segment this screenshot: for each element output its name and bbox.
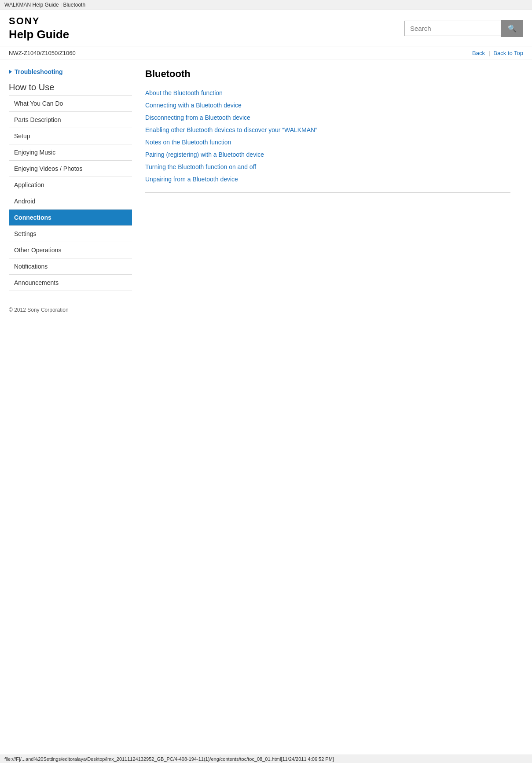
search-icon: 🔍 <box>508 24 517 33</box>
browser-title-bar: WALKMAN Help Guide | Bluetooth <box>0 0 532 10</box>
copyright-text: © 2012 Sony Corporation <box>9 307 69 313</box>
back-to-top-link[interactable]: Back to Top <box>493 50 523 56</box>
troubleshooting-label: Troubleshooting <box>15 68 63 75</box>
content-link[interactable]: About the Bluetooth function <box>145 89 223 96</box>
sidebar-item[interactable]: Parts Description <box>9 111 132 128</box>
sidebar-item[interactable]: Connections <box>9 209 132 225</box>
sidebar-item[interactable]: What You Can Do <box>9 95 132 111</box>
main-container: Troubleshooting How to Use What You Can … <box>0 59 519 300</box>
sidebar-item[interactable]: Application <box>9 177 132 193</box>
sony-logo: SONY <box>9 15 69 27</box>
content-link[interactable]: Turning the Bluetooth function on and of… <box>145 163 256 170</box>
content-link[interactable]: Connecting with a Bluetooth device <box>145 102 242 109</box>
page-footer: © 2012 Sony Corporation <box>0 300 532 320</box>
content-title: Bluetooth <box>145 68 510 80</box>
sidebar-item[interactable]: Other Operations <box>9 242 132 258</box>
sidebar-section-title: How to Use <box>9 82 132 92</box>
sidebar-nav: What You Can DoParts DescriptionSetupEnj… <box>9 95 132 291</box>
search-button[interactable]: 🔍 <box>501 20 523 37</box>
content-links-list: About the Bluetooth functionConnecting w… <box>145 87 510 185</box>
content-link-item: Unpairing from a Bluetooth device <box>145 173 510 185</box>
chevron-right-icon <box>9 70 12 74</box>
nav-separator: | <box>488 50 490 56</box>
sidebar-item[interactable]: Android <box>9 193 132 209</box>
content-area: Bluetooth About the Bluetooth functionCo… <box>145 68 510 291</box>
sidebar-item[interactable]: Notifications <box>9 258 132 274</box>
content-link[interactable]: Disconnecting from a Bluetooth device <box>145 114 250 121</box>
header-branding: SONY Help Guide <box>9 15 69 41</box>
troubleshooting-link[interactable]: Troubleshooting <box>9 68 132 75</box>
content-link-item: Connecting with a Bluetooth device <box>145 99 510 111</box>
content-link-item: Enabling other Bluetooth devices to disc… <box>145 124 510 136</box>
content-link-item: Notes on the Bluetooth function <box>145 136 510 148</box>
page-header: SONY Help Guide 🔍 <box>0 10 532 47</box>
sidebar-item[interactable]: Enjoying Music <box>9 144 132 160</box>
sidebar-item[interactable]: Enjoying Videos / Photos <box>9 160 132 177</box>
search-input[interactable] <box>404 21 501 36</box>
content-link-item: Disconnecting from a Bluetooth device <box>145 111 510 124</box>
model-number: NWZ-Z1040/Z1050/Z1060 <box>9 50 76 56</box>
content-divider <box>145 192 510 193</box>
search-area: 🔍 <box>404 20 523 37</box>
content-link-item: Turning the Bluetooth function on and of… <box>145 161 510 173</box>
content-link-item: Pairing (registering) with a Bluetooth d… <box>145 148 510 161</box>
help-guide-title: Help Guide <box>9 28 69 41</box>
sidebar-item[interactable]: Announcements <box>9 274 132 291</box>
sidebar-item[interactable]: Settings <box>9 225 132 242</box>
sub-header: NWZ-Z1040/Z1050/Z1060 Back | Back to Top <box>0 47 532 59</box>
content-link[interactable]: Pairing (registering) with a Bluetooth d… <box>145 151 264 158</box>
sidebar: Troubleshooting How to Use What You Can … <box>9 68 132 291</box>
sidebar-item[interactable]: Setup <box>9 128 132 144</box>
content-link-item: About the Bluetooth function <box>145 87 510 99</box>
content-link[interactable]: Notes on the Bluetooth function <box>145 139 231 146</box>
browser-title-text: WALKMAN Help Guide | Bluetooth <box>4 2 85 8</box>
nav-links: Back | Back to Top <box>472 50 523 56</box>
back-link[interactable]: Back <box>472 50 485 56</box>
content-link[interactable]: Unpairing from a Bluetooth device <box>145 176 238 183</box>
content-link[interactable]: Enabling other Bluetooth devices to disc… <box>145 126 317 133</box>
